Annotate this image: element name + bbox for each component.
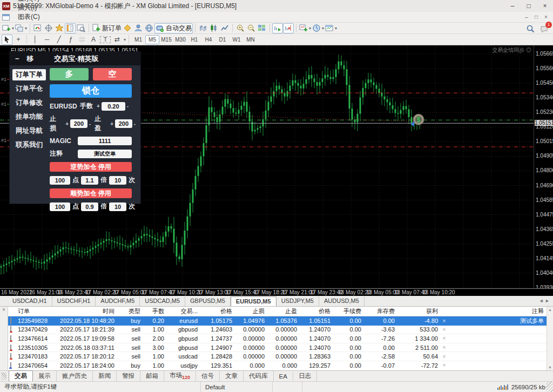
tp-minus-button[interactable]: - (134, 121, 136, 127)
buy-long-button[interactable]: 多 (50, 68, 89, 80)
window-minimize-button[interactable]: – (504, 0, 521, 11)
panel-nav-3[interactable]: 订单修改 (12, 97, 46, 109)
lots-plus-button[interactable]: + (97, 103, 100, 109)
panel-nav-5[interactable]: 网址导航 (12, 125, 46, 137)
column-header-commission[interactable]: 手续费 (333, 307, 364, 315)
close-order-icon[interactable]: × (441, 362, 450, 368)
zoom-out-button[interactable] (246, 23, 257, 33)
terminal-close-icon[interactable]: × (2, 307, 5, 313)
chart-tab-usdcad-h1[interactable]: USDCAD,H1 (8, 296, 52, 306)
column-header-tp[interactable]: 止盈 (267, 307, 300, 315)
terminal-tab-2[interactable]: 展示 (33, 371, 57, 381)
terminal-grip[interactable] (1, 373, 6, 380)
terminal-tab-12[interactable]: 日志 (293, 371, 317, 381)
terminal-tab-8[interactable]: 信号 (196, 371, 220, 381)
new-chart-button[interactable]: ▾ (2, 23, 15, 33)
line-chart-mode-button[interactable] (219, 23, 230, 33)
panel-nav-1[interactable]: 订单下单 (12, 69, 46, 80)
terminal-tab-6[interactable]: 邮箱 (140, 371, 164, 381)
window-maximize-button[interactable]: □ (521, 0, 537, 11)
chart-tab-usdcad-m5[interactable]: USDCAD,M5 (140, 296, 185, 306)
column-header-price[interactable]: 价格 (200, 307, 235, 315)
label-tool-button[interactable]: T (99, 35, 111, 45)
with-trend-toggle-button[interactable]: 顺势加仓 停用 (50, 188, 132, 198)
menu-item-4[interactable]: 图表(C) (13, 12, 46, 22)
column-header-swap[interactable]: 库存费 (364, 307, 397, 315)
order-row-123549828[interactable]: 1235498282022.05.18 10:48:20buy0.20eurus… (8, 316, 547, 326)
counter-trend-toggle-button[interactable]: 逆势加仓 停用 (50, 162, 132, 172)
order-row-123470654[interactable]: 1234706542022.05.17 18:24:00buy1.00usdjp… (8, 361, 547, 370)
chart-tab-gbpusd-m5[interactable]: GBPUSD,M5 (185, 296, 231, 306)
terminal-tab-5[interactable]: 警报 (117, 371, 140, 381)
close-order-icon[interactable]: × (441, 354, 450, 360)
terminal-tab-9[interactable]: 文章 (220, 371, 244, 381)
column-header-price2[interactable]: 价格 (300, 307, 333, 315)
panel-nav-6[interactable]: 联系我们 (12, 139, 46, 151)
mdi-minimize-button[interactable]: – (522, 12, 531, 22)
panel-nav-2[interactable]: 订单平仓 (12, 83, 46, 94)
mdi-restore-button[interactable]: □ (531, 12, 541, 22)
chart-tab-audusd-m5[interactable]: AUDUSD,M5 (319, 296, 365, 306)
counter-trend-mult-input[interactable]: 1.1 (81, 176, 98, 185)
column-header-symbol[interactable]: 交易... (167, 307, 200, 315)
strategy-tester-button[interactable] (76, 23, 86, 33)
column-header-order[interactable]: 订单 (18, 307, 58, 315)
navigator-button[interactable] (54, 23, 65, 33)
menu-item-3[interactable]: 插入(I) (13, 3, 46, 12)
trendline-tool-button[interactable]: ╱ (53, 35, 65, 45)
crosshair-tool-button[interactable]: + (12, 35, 24, 45)
with-trend-mult-input[interactable]: 0.9 (81, 202, 98, 211)
column-header-type[interactable]: 类型 (117, 307, 143, 315)
chart-tab-eurusd-m5[interactable]: EURUSD,M5 (231, 296, 276, 306)
magic-input[interactable]: 1111 (78, 137, 132, 145)
column-header-sl[interactable]: 止损 (235, 307, 267, 315)
arrows-tool-button[interactable]: ⇄▾ (111, 35, 126, 45)
order-row-123476614[interactable]: 1234766142022.05.17 19:09:58sell2.00gbpu… (8, 334, 547, 343)
timeframe-h4-button[interactable]: H4 (201, 35, 215, 44)
sl-input[interactable]: 200 (70, 119, 87, 128)
order-row-123470183[interactable]: 1234701832022.05.17 18:20:12sell1.00usdc… (8, 352, 547, 361)
tp-input[interactable]: 200 (115, 119, 132, 128)
data-window-button[interactable] (43, 23, 54, 33)
order-row-123510305[interactable]: 1235103052022.05.18 03:37:11sell3.00gbpu… (8, 343, 547, 353)
timeframe-h1-button[interactable]: H1 (187, 35, 201, 44)
close-order-icon[interactable]: × (441, 335, 450, 341)
sl-plus-button[interactable]: + (65, 121, 69, 127)
chart-shift-button[interactable] (283, 23, 294, 33)
terminal-tab-10[interactable]: 代码库 (244, 371, 274, 381)
chart-tab-audchf-m5[interactable]: AUDCHF,M5 (96, 296, 140, 306)
community-button[interactable] (133, 23, 144, 33)
indicators-button[interactable]: ▾ (299, 23, 312, 33)
close-order-icon[interactable]: × (441, 344, 450, 350)
tab-scroll-arrows[interactable]: ◄ ► (539, 298, 550, 303)
timeframe-m30-button[interactable]: M30 (173, 35, 187, 44)
sl-minus-button[interactable]: - (89, 121, 91, 127)
counter-trend-times-input[interactable]: 10 (109, 176, 126, 185)
column-header-lots[interactable]: 手数 (143, 307, 167, 315)
status-profile[interactable]: Default (201, 382, 273, 392)
resize-grip[interactable] (546, 382, 553, 392)
with-trend-points-input[interactable]: 100 (50, 202, 70, 211)
text-tool-button[interactable]: A (87, 35, 99, 45)
panel-move-button[interactable]: 移 (27, 54, 34, 64)
fibonacci-tool-button[interactable]: ƒ (65, 35, 77, 45)
bar-chart-mode-button[interactable] (198, 23, 208, 33)
lots-input[interactable]: 0.20 (102, 102, 125, 111)
candlestick-mode-button[interactable] (208, 23, 219, 33)
terminal-tab-11[interactable]: EA (274, 372, 293, 381)
sell-short-button[interactable]: 空 (93, 68, 132, 80)
counter-trend-points-input[interactable]: 100 (50, 176, 70, 185)
terminal-button[interactable] (65, 23, 76, 33)
comment-input[interactable]: 测试空单 (78, 150, 132, 158)
close-order-icon[interactable]: × (441, 318, 450, 324)
tp-plus-button[interactable]: + (110, 121, 113, 127)
notifications-icon[interactable]: 1 (539, 24, 550, 34)
terminal-tab-4[interactable]: 新闻 (93, 371, 117, 381)
panel-nav-4[interactable]: 挂单功能 (12, 111, 46, 123)
chart-tab-usdchf-h1[interactable]: USDCHF,H1 (52, 296, 96, 306)
terminal-scrollbar[interactable]: ▲▼ (547, 307, 553, 370)
timeframe-m15-button[interactable]: M15 (159, 35, 173, 44)
autotrading-button[interactable]: 自动交易 (154, 23, 193, 33)
scroll-down-icon[interactable]: ▼ (548, 366, 552, 369)
with-trend-times-input[interactable]: 10 (109, 202, 126, 211)
